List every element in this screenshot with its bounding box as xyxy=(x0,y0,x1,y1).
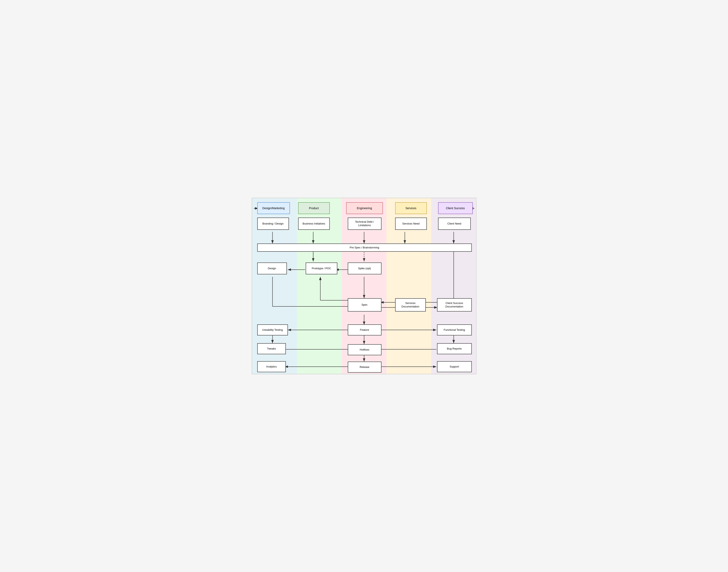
branding-design-box: Branding / Design xyxy=(257,218,289,230)
client-need-box: Client Need xyxy=(438,218,471,230)
product-header: Product xyxy=(298,202,330,214)
services-header: Services xyxy=(395,202,427,214)
release-box: Release xyxy=(348,362,381,373)
bug-reports-box: Bug Reports xyxy=(437,343,472,354)
content-layer: Design/Marketing Product Engineering Ser… xyxy=(252,198,476,374)
prototype-poc-box: Prototype / POC xyxy=(306,263,337,274)
design-marketing-header: Design/Marketing xyxy=(257,202,290,214)
analytics-box: Analytics xyxy=(257,361,286,372)
feature-box: Feature xyxy=(348,325,381,336)
services-documentation-box: Services Documentation xyxy=(395,298,426,311)
client-success-header: Client Success xyxy=(438,202,473,214)
useability-testing-box: Useability Testing xyxy=(257,325,288,336)
design-box: Design xyxy=(257,263,287,274)
spec-box: Spec xyxy=(348,298,381,311)
client-success-documentation-box: Client Success Documentation xyxy=(437,298,472,311)
engineering-header: Engineering xyxy=(346,202,383,214)
technical-debt-box: Technical Debt / Limitations xyxy=(348,218,381,230)
business-initiatives-box: Business Initiatives xyxy=(298,218,330,230)
hotfixes-box: Hotfixes xyxy=(348,344,381,355)
services-need-box: Services Need xyxy=(395,218,427,230)
diagram-wrapper: Design/Marketing Product Engineering Ser… xyxy=(252,198,477,374)
functional-testing-box: Functional Testing xyxy=(437,325,472,336)
support-box: Support xyxy=(437,361,472,372)
tweaks-box: Tweaks xyxy=(257,343,286,354)
pre-spec-box: Pre Spec / Brainstorming xyxy=(257,243,472,252)
spike-opt-box: Spike (opt) xyxy=(348,263,381,274)
